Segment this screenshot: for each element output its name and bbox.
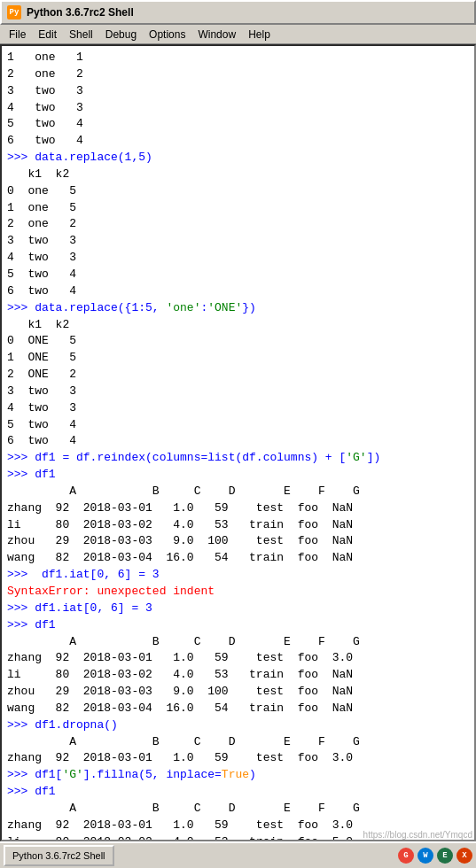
shell-line: zhang 92 2018-03-01 1.0 59 test foo 3.0 bbox=[7, 750, 469, 767]
taskbar-icon-app4[interactable]: X bbox=[456, 848, 472, 864]
shell-line: 6 two 4 bbox=[7, 283, 469, 300]
shell-line: 4 two 3 bbox=[7, 400, 469, 417]
taskbar-btn-label: Python 3.6.7rc2 Shell bbox=[12, 850, 105, 861]
shell-line: >>> data.replace(1,5) bbox=[7, 150, 469, 167]
shell-content[interactable]: 1 one 12 one 23 two 34 two 35 two 46 two… bbox=[0, 44, 476, 841]
shell-line: A B C D E F G bbox=[7, 734, 469, 751]
shell-line: zhou 29 2018-03-03 9.0 100 test foo NaN bbox=[7, 684, 469, 701]
menu-edit[interactable]: Edit bbox=[33, 27, 62, 42]
shell-line: >>> df1 bbox=[7, 467, 469, 484]
chrome-icon-label: G bbox=[403, 851, 408, 860]
taskbar: Python 3.6.7rc2 Shell G W E X bbox=[0, 841, 476, 868]
shell-line: 6 two 4 bbox=[7, 433, 469, 450]
shell-line: 4 two 3 bbox=[7, 250, 469, 267]
shell-line: li 80 2018-03-02 4.0 53 train foo NaN bbox=[7, 667, 469, 684]
shell-line: 2 one 2 bbox=[7, 216, 469, 233]
shell-line: 1 one 5 bbox=[7, 200, 469, 217]
shell-line: zhang 92 2018-03-01 1.0 59 test foo NaN bbox=[7, 500, 469, 517]
shell-line: A B C D E F G bbox=[7, 634, 469, 651]
shell-line: >>> df1.dropna() bbox=[7, 717, 469, 734]
shell-line: zhang 92 2018-03-01 1.0 59 test foo 3.0 bbox=[7, 650, 469, 667]
shell-line: 2 ONE 2 bbox=[7, 367, 469, 384]
title-bar: Py Python 3.6.7rc2 Shell bbox=[0, 0, 476, 25]
shell-line: 5 two 4 bbox=[7, 267, 469, 283]
app2-icon-label: W bbox=[423, 851, 427, 860]
shell-line: A B C D E F G bbox=[7, 484, 469, 500]
shell-line: wang 82 2018-03-04 16.0 54 train foo NaN bbox=[7, 550, 469, 567]
menu-shell[interactable]: Shell bbox=[64, 27, 98, 42]
menu-bar: File Edit Shell Debug Options Window Hel… bbox=[0, 25, 476, 44]
shell-line: 3 two 3 bbox=[7, 83, 469, 100]
shell-line: >>> df1.iat[0, 6] = 3 bbox=[7, 567, 469, 584]
watermark: https://blog.csdn.net/Ymqcd bbox=[363, 830, 472, 840]
menu-window[interactable]: Window bbox=[192, 27, 241, 42]
shell-line: k1 k2 bbox=[7, 167, 469, 183]
shell-line: 5 two 4 bbox=[7, 116, 469, 133]
taskbar-icon-app2[interactable]: W bbox=[417, 848, 433, 864]
shell-line: A B C D E F G bbox=[7, 801, 469, 818]
shell-line: 6 two 4 bbox=[7, 133, 469, 150]
shell-line: >>> df1 bbox=[7, 617, 469, 634]
shell-line: 1 one 1 bbox=[7, 50, 469, 66]
menu-debug[interactable]: Debug bbox=[100, 27, 142, 42]
shell-line: >>> df1 bbox=[7, 784, 469, 801]
shell-line: >>> df1 = df.reindex(columns=list(df.col… bbox=[7, 450, 469, 467]
taskbar-icons: G W E X bbox=[398, 848, 472, 864]
menu-options[interactable]: Options bbox=[144, 27, 191, 42]
taskbar-icon-chrome[interactable]: G bbox=[398, 848, 414, 864]
shell-line: k1 k2 bbox=[7, 317, 469, 334]
shell-line: li 80 2018-03-02 4.0 53 train foo NaN bbox=[7, 517, 469, 534]
shell-line: 5 two 4 bbox=[7, 417, 469, 434]
shell-line: 1 ONE 5 bbox=[7, 350, 469, 367]
window-title: Python 3.6.7rc2 Shell bbox=[27, 6, 134, 19]
menu-file[interactable]: File bbox=[4, 27, 31, 42]
taskbar-python-btn[interactable]: Python 3.6.7rc2 Shell bbox=[4, 845, 114, 866]
shell-line: SyntaxError: unexpected indent bbox=[7, 584, 469, 601]
shell-line: 0 one 5 bbox=[7, 183, 469, 200]
taskbar-icon-app3[interactable]: E bbox=[437, 848, 453, 864]
app-icon: Py bbox=[7, 5, 21, 19]
app4-icon-label: X bbox=[462, 851, 466, 860]
shell-line: >>> df1.iat[0, 6] = 3 bbox=[7, 601, 469, 617]
shell-line: >>> df1['G'].fillna(5, inplace=True) bbox=[7, 767, 469, 784]
shell-line: 4 two 3 bbox=[7, 100, 469, 117]
app3-icon-label: E bbox=[442, 851, 447, 860]
shell-line: zhou 29 2018-03-03 9.0 100 test foo NaN bbox=[7, 533, 469, 550]
shell-line: 0 ONE 5 bbox=[7, 333, 469, 350]
shell-line: >>> data.replace({1:5, 'one':'ONE'}) bbox=[7, 300, 469, 317]
shell-line: 2 one 2 bbox=[7, 66, 469, 83]
menu-help[interactable]: Help bbox=[243, 27, 276, 42]
shell-line: 3 two 3 bbox=[7, 233, 469, 250]
shell-line: 3 two 3 bbox=[7, 384, 469, 400]
shell-line: wang 82 2018-03-04 16.0 54 train foo NaN bbox=[7, 701, 469, 717]
